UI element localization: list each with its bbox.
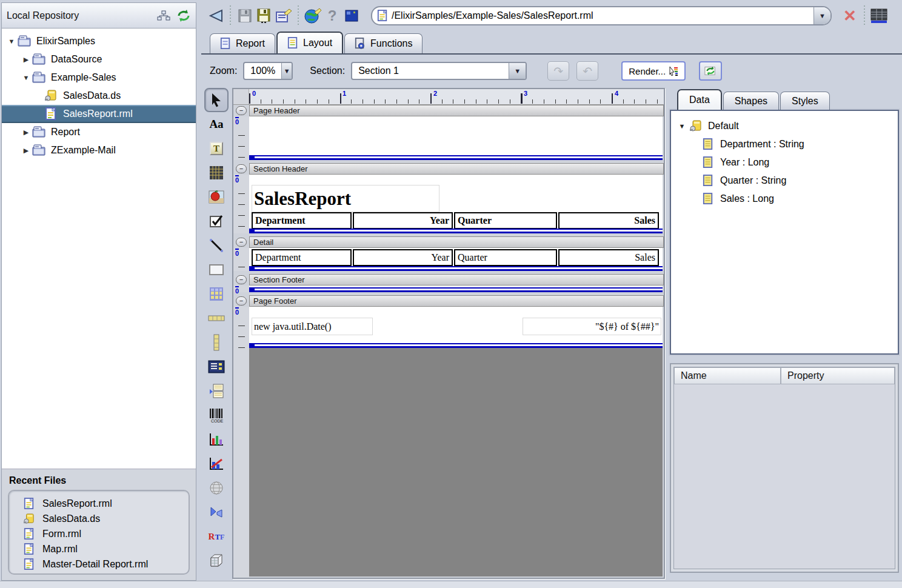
network-tree-icon[interactable]: [157, 10, 170, 22]
tree-item-report[interactable]: ▶ Report: [2, 123, 196, 141]
data-tree-root-default[interactable]: ▼ Default: [676, 117, 893, 135]
refresh-repository-icon[interactable]: [176, 9, 191, 22]
detail-cell-quarter[interactable]: Quarter: [454, 249, 557, 266]
grid-tool[interactable]: [204, 161, 229, 185]
recent-file-label: SalesReport.rml: [42, 498, 112, 509]
band-separator[interactable]: [249, 155, 663, 160]
globe-tool[interactable]: [204, 476, 229, 500]
zoom-combobox[interactable]: 100% ▼: [243, 62, 293, 80]
tree-item-elixirsamples[interactable]: ▼ ElixirSamples: [2, 32, 196, 50]
recent-file-form[interactable]: Form.rml: [13, 526, 185, 541]
zoom-dropdown-arrow[interactable]: ▼: [281, 63, 292, 79]
band-separator[interactable]: [249, 229, 663, 233]
header-cell-year[interactable]: Year: [353, 212, 453, 229]
table-tool[interactable]: [204, 282, 229, 306]
section-footer-content[interactable]: [249, 286, 663, 292]
detail-cell-year[interactable]: Year: [353, 249, 453, 266]
horizontal-band-tool[interactable]: [204, 306, 229, 330]
save-as-button[interactable]: [255, 5, 274, 26]
tree-item-salesreport-selected[interactable]: SalesReport.rml: [2, 105, 196, 123]
chart-bar-tool[interactable]: [204, 427, 229, 452]
section-combobox[interactable]: Section 1 ▼: [351, 62, 527, 80]
date-expression-textbox[interactable]: new java.util.Date(): [252, 318, 373, 335]
tree-item-label: ZExample-Mail: [51, 145, 116, 156]
property-column-property[interactable]: Property: [781, 367, 895, 384]
tab-report[interactable]: Report: [210, 33, 275, 53]
rtf-tool[interactable]: RTF: [204, 524, 229, 549]
save-button[interactable]: [235, 5, 255, 26]
detail-cell-sales[interactable]: Sales: [558, 249, 659, 266]
recent-file-salesreport[interactable]: SalesReport.rml: [13, 496, 185, 511]
web-wizard-button[interactable]: [303, 5, 322, 26]
detail-cell-department[interactable]: Department: [252, 249, 352, 266]
checkbox-tool[interactable]: [204, 209, 229, 233]
close-document-button[interactable]: ✕: [840, 5, 860, 26]
tab-styles[interactable]: Styles: [780, 92, 830, 110]
collapse-detail-button[interactable]: −: [236, 238, 247, 247]
tab-data-active[interactable]: Data: [677, 89, 722, 110]
collapse-section-footer-button[interactable]: −: [236, 275, 247, 284]
panel-toggle-button[interactable]: [342, 5, 361, 26]
textfield-tool[interactable]: T: [204, 136, 229, 161]
header-cell-department[interactable]: Department: [252, 212, 352, 229]
tree-item-zexample-mail[interactable]: ▶ ZExample-Mail: [2, 141, 196, 159]
data-field-quarter[interactable]: Quarter : String: [676, 172, 893, 190]
band-separator[interactable]: [249, 287, 663, 292]
image-tool[interactable]: [204, 185, 229, 209]
back-button[interactable]: [206, 5, 226, 26]
recent-file-map[interactable]: Map.rml: [13, 541, 185, 556]
expanded-arrow-icon[interactable]: ▼: [21, 74, 31, 81]
collapsed-arrow-icon[interactable]: ▶: [21, 147, 31, 155]
path-dropdown-arrow[interactable]: ▼: [813, 7, 830, 24]
collapse-page-footer-button[interactable]: −: [236, 296, 247, 306]
barcode-tool[interactable]: CODE: [204, 403, 229, 427]
render-button[interactable]: Render...: [621, 61, 686, 81]
field-icon: [700, 192, 716, 205]
redo-button[interactable]: ↷: [547, 61, 569, 81]
rectangle-tool[interactable]: [204, 258, 229, 282]
tree-item-example-sales[interactable]: ▼ Example-Sales: [2, 68, 196, 87]
form-tool[interactable]: [204, 355, 229, 379]
label-tool[interactable]: Aa: [204, 112, 229, 136]
undo-button[interactable]: ↶: [576, 61, 598, 81]
band-separator[interactable]: [249, 266, 663, 271]
cube-tool[interactable]: [204, 549, 229, 573]
data-field-year[interactable]: Year : Long: [676, 153, 893, 172]
data-field-department[interactable]: Department : String: [676, 135, 893, 153]
header-cell-quarter[interactable]: Quarter: [454, 212, 557, 229]
select-tool[interactable]: [204, 88, 229, 112]
tree-item-salesdata[interactable]: SalesData.ds: [2, 87, 196, 105]
media-tool[interactable]: [204, 500, 229, 524]
tree-item-datasource[interactable]: ▶ DataSource: [2, 50, 196, 68]
recent-file-master-detail[interactable]: Master-Detail Report.rml: [13, 556, 185, 572]
tab-layout-active[interactable]: Layout: [276, 32, 343, 53]
expanded-arrow-icon[interactable]: ▼: [676, 122, 688, 130]
recent-file-salesdata[interactable]: SalesData.ds: [13, 511, 185, 526]
collapsed-arrow-icon[interactable]: ▶: [21, 129, 31, 136]
page-header-content[interactable]: [249, 116, 663, 160]
tab-shapes[interactable]: Shapes: [723, 92, 779, 110]
vertical-band-tool[interactable]: [204, 330, 229, 355]
band-separator[interactable]: [249, 343, 663, 348]
property-column-name[interactable]: Name: [674, 367, 781, 384]
page-number-textbox[interactable]: "${#} of ${##}": [523, 318, 661, 335]
document-properties-button[interactable]: [274, 5, 293, 26]
tab-functions[interactable]: Functions: [344, 33, 423, 53]
tree-item-label: ElixirSamples: [36, 36, 95, 47]
line-tool[interactable]: [204, 233, 229, 258]
toolbar-separator: [295, 5, 301, 26]
collapsed-arrow-icon[interactable]: ▶: [21, 56, 31, 64]
collapse-section-header-button[interactable]: −: [236, 164, 247, 173]
report-title-textbox[interactable]: SalesReport: [252, 185, 439, 212]
chart-line-tool[interactable]: [204, 452, 229, 476]
document-path-combobox[interactable]: /ElixirSamples/Example-Sales/SalesReport…: [371, 6, 832, 25]
refresh-view-button[interactable]: [699, 61, 722, 81]
data-window-button[interactable]: [869, 5, 889, 26]
section-dropdown-arrow[interactable]: ▼: [509, 63, 526, 79]
subreport-tool[interactable]: [204, 379, 229, 403]
header-cell-sales[interactable]: Sales: [558, 212, 659, 229]
collapse-page-header-button[interactable]: −: [236, 106, 247, 115]
expanded-arrow-icon[interactable]: ▼: [7, 38, 16, 45]
help-button[interactable]: ?: [322, 5, 342, 26]
data-field-sales[interactable]: Sales : Long: [676, 190, 893, 208]
